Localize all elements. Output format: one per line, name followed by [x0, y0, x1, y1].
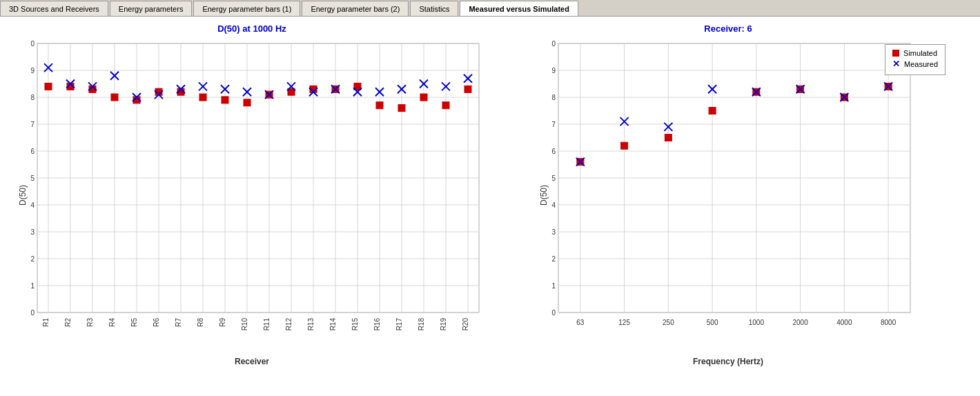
svg-text:R3: R3	[86, 318, 94, 327]
chart1-inner: 00,10,20,30,40,50,60,70,80,91,0R1R2R3R4R…	[30, 37, 486, 354]
chart2-title: Receiver: 6	[704, 23, 752, 34]
svg-rect-78	[376, 102, 383, 109]
svg-text:0,4: 0,4	[551, 201, 556, 209]
svg-rect-63	[45, 83, 52, 90]
svg-text:R13: R13	[307, 318, 315, 331]
svg-text:500: 500	[707, 319, 718, 326]
svg-rect-66	[111, 94, 118, 101]
tab-measured-versus-simulated[interactable]: Measured versus Simulated	[460, 1, 578, 16]
svg-text:0,2: 0,2	[551, 255, 556, 263]
svg-text:1000: 1000	[749, 319, 765, 326]
svg-text:R20: R20	[462, 318, 469, 331]
svg-rect-165	[709, 108, 716, 115]
svg-text:R9: R9	[219, 318, 226, 327]
svg-text:R18: R18	[418, 318, 425, 331]
svg-text:125: 125	[618, 319, 630, 326]
svg-text:63: 63	[576, 319, 585, 326]
tab-statistics[interactable]: Statistics	[410, 1, 458, 16]
svg-text:R19: R19	[440, 318, 447, 331]
svg-text:R7: R7	[175, 318, 182, 327]
svg-text:0,5: 0,5	[551, 175, 556, 182]
svg-rect-72	[244, 99, 251, 106]
svg-text:0,9: 0,9	[30, 67, 35, 75]
svg-rect-81	[442, 102, 449, 109]
svg-text:8000: 8000	[881, 319, 896, 326]
svg-text:4000: 4000	[836, 319, 852, 326]
chart2-y-label: D(50)	[539, 37, 549, 354]
legend: Simulated ✕ Measured	[885, 44, 945, 75]
simulated-label: Simulated	[903, 49, 937, 57]
svg-text:R4: R4	[108, 318, 116, 327]
svg-rect-79	[398, 105, 405, 112]
svg-text:0,3: 0,3	[551, 228, 556, 236]
svg-text:R8: R8	[197, 318, 204, 327]
chart2-svg: 00,10,20,30,40,50,60,70,80,91,0631252505…	[551, 37, 917, 354]
svg-text:R5: R5	[130, 318, 138, 327]
chart1-area: D(50) 00,10,20,30,40,50,60,70,80,91,0R1R…	[18, 37, 486, 354]
svg-text:R11: R11	[263, 318, 271, 331]
svg-text:0,2: 0,2	[30, 255, 35, 263]
svg-text:R2: R2	[64, 318, 72, 327]
chart2-x-label: Frequency (Hertz)	[693, 357, 763, 366]
tab-energy-parameter-bars-(1)[interactable]: Energy parameter bars (1)	[193, 1, 300, 16]
svg-text:R15: R15	[351, 318, 359, 331]
svg-text:R17: R17	[395, 318, 403, 331]
svg-text:R16: R16	[373, 318, 381, 331]
simulated-icon	[892, 50, 899, 57]
svg-text:0,8: 0,8	[551, 94, 556, 101]
chart2-container: Receiver: 6 D(50) 00,10,20,30,40,50,60,7…	[504, 23, 952, 389]
svg-text:0: 0	[30, 309, 35, 317]
measured-label: Measured	[904, 60, 938, 68]
tab-energy-parameter-bars-(2)[interactable]: Energy parameter bars (2)	[302, 1, 409, 16]
svg-text:250: 250	[663, 319, 674, 326]
tab-energy-parameters[interactable]: Energy parameters	[110, 1, 193, 16]
tab-bar: 3D Sources and ReceiversEnergy parameter…	[0, 0, 980, 17]
svg-text:R12: R12	[285, 318, 293, 331]
svg-text:2000: 2000	[793, 319, 809, 326]
svg-text:0,8: 0,8	[30, 94, 35, 101]
svg-rect-82	[464, 86, 471, 92]
svg-text:0,1: 0,1	[30, 282, 35, 290]
svg-text:1,0: 1,0	[30, 40, 35, 48]
tab-3d-sources-and-receivers[interactable]: 3D Sources and Receivers	[0, 1, 108, 16]
svg-text:0,1: 0,1	[551, 282, 556, 290]
chart2-inner: 00,10,20,30,40,50,60,70,80,91,0631252505…	[551, 37, 917, 354]
svg-text:0,3: 0,3	[30, 228, 35, 236]
chart1-svg: 00,10,20,30,40,50,60,70,80,91,0R1R2R3R4R…	[30, 37, 486, 354]
chart1-container: D(50) at 1000 Hz D(50) 00,10,20,30,40,50…	[7, 23, 497, 389]
svg-rect-71	[222, 97, 228, 103]
chart1-title: D(50) at 1000 Hz	[217, 23, 286, 34]
svg-text:0,9: 0,9	[551, 67, 556, 75]
svg-rect-164	[665, 135, 672, 141]
svg-text:R6: R6	[153, 318, 160, 327]
svg-text:0: 0	[551, 309, 556, 317]
svg-text:0,6: 0,6	[30, 148, 35, 155]
svg-text:0,7: 0,7	[30, 121, 35, 128]
svg-text:0,4: 0,4	[30, 201, 35, 209]
legend-measured: ✕ Measured	[892, 59, 938, 68]
svg-text:R10: R10	[241, 318, 248, 331]
main-content: D(50) at 1000 Hz D(50) 00,10,20,30,40,50…	[0, 17, 980, 396]
measured-icon: ✕	[892, 59, 900, 68]
chart1-y-label: D(50)	[18, 37, 28, 354]
svg-text:1,0: 1,0	[551, 40, 556, 48]
svg-text:0,5: 0,5	[30, 175, 35, 182]
svg-rect-70	[199, 94, 206, 101]
legend-simulated: Simulated	[892, 49, 938, 57]
chart2-area: D(50) 00,10,20,30,40,50,60,70,80,91,0631…	[539, 37, 917, 354]
svg-rect-80	[420, 94, 427, 101]
svg-text:R14: R14	[329, 318, 337, 331]
svg-text:R1: R1	[42, 318, 50, 327]
svg-text:0,6: 0,6	[551, 148, 556, 155]
svg-text:0,7: 0,7	[551, 121, 556, 128]
svg-rect-163	[621, 142, 628, 149]
chart1-x-label: Receiver	[235, 357, 269, 366]
